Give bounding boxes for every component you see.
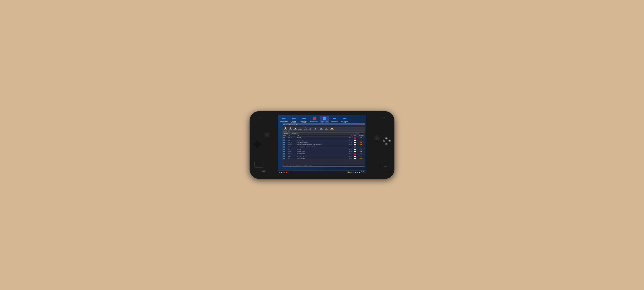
table-row[interactable]: SLUS-20... Champions of Norrath 6465.67 …: [283, 138, 365, 140]
big-picture-button[interactable]: 🖥 Big Picture: [298, 127, 302, 130]
screenshot-button[interactable]: 📷 Screenshot: [324, 127, 328, 130]
menu-settings[interactable]: Settings: [288, 125, 292, 127]
desktop-icon-emudeck-updater[interactable]: ⟵ EmuDeck Tool Updater: [300, 116, 308, 123]
start-file-button[interactable]: 📄 Start File: [283, 127, 288, 130]
top-left-button[interactable]: [259, 117, 262, 118]
a-button[interactable]: A: [385, 143, 388, 145]
taskbar-wifi-icon[interactable]: 📶: [359, 172, 360, 173]
play-button[interactable]: [283, 147, 285, 149]
taskbar-volume-icon[interactable]: 🔊: [355, 172, 356, 173]
th-code[interactable]: Code: [288, 135, 297, 136]
taskbar-bell-icon[interactable]: 🔔: [347, 172, 349, 173]
right-touchpad[interactable]: [381, 163, 390, 170]
x-button[interactable]: X: [382, 140, 385, 142]
play-button[interactable]: [283, 154, 285, 156]
play-button[interactable]: [283, 158, 285, 159]
play-button[interactable]: [283, 140, 285, 141]
th-type[interactable]: type▲: [283, 135, 288, 136]
th-compat[interactable]: Compatibility: [357, 135, 364, 136]
shut-down-label: Shut Down: [304, 129, 307, 130]
th-title[interactable]: Title: [297, 135, 346, 136]
taskbar-app-icon[interactable]: ❋: [290, 171, 292, 173]
status-bar: Scanning directory '/run/media/mmcblk0p1…: [283, 165, 365, 166]
all-regions-filter[interactable]: ● All Regions ▼: [291, 133, 298, 134]
th-size[interactable]: Size: [346, 135, 353, 136]
table-row[interactable]: SLUS-20... Grandia II 981.72 ... ★★★★★: [283, 149, 365, 151]
left-touchpad[interactable]: [254, 161, 263, 168]
shut-down-button[interactable]: ⏻ Shut Down: [304, 127, 308, 130]
desktop-icon-uninstall[interactable]: Uninstall Emu Deck: [310, 116, 318, 122]
game-compat: ★★★★★: [357, 144, 364, 145]
desktop-icon-return-gaming[interactable]: ⟵ Return to Gaming Mode: [340, 116, 349, 123]
window-minimize-button[interactable]: –: [359, 124, 360, 125]
desktop-icon-steam-rom-manager[interactable]: ⟵ Steam Rom Manager: [279, 116, 288, 122]
play-button[interactable]: [283, 142, 285, 143]
top-right-button[interactable]: [382, 117, 385, 118]
change-disc-button[interactable]: ⏏ Change Disc: [319, 127, 324, 130]
taskbar-airplane-icon[interactable]: ✈: [288, 171, 290, 173]
left-analog-stick[interactable]: [264, 132, 270, 138]
menu-tools[interactable]: Tools: [297, 125, 300, 127]
menu-view[interactable]: View: [293, 125, 296, 127]
game-code: SLUS-20...: [288, 147, 297, 149]
play-button[interactable]: [283, 149, 285, 150]
desktop-icon-emudeck-compression[interactable]: ⟵ EmuDeck Compression ...: [290, 116, 298, 123]
grid-view-button[interactable]: ⊞: [286, 131, 287, 132]
secondary-toolbar: ≡ ⊞ ⊙ —: [283, 131, 365, 133]
details-view-button[interactable]: ⊙: [288, 131, 290, 132]
start-bios-icon: 🔲: [294, 127, 296, 129]
dpad[interactable]: [254, 141, 261, 148]
menu-help[interactable]: Help: [305, 125, 308, 127]
taskbar-bluetooth-icon[interactable]: 🔋: [357, 172, 358, 173]
window-close-button[interactable]: ✕: [362, 124, 364, 125]
table-row[interactable]: SLUS-20... Grandia Xtreme 1481.83 ... ★★…: [283, 154, 365, 156]
table-row[interactable]: SLPS-25... Final Fantasy X International…: [283, 140, 365, 142]
table-row[interactable]: SLUS-21... Grandia III [Disc2of2] 3634.5…: [283, 152, 365, 154]
taskbar-browser-icon[interactable]: 🌐: [283, 171, 285, 173]
taskbar-network-icon[interactable]: 🌐: [353, 172, 354, 173]
table-row[interactable]: SLPM-66... Final Fantasy XII Internation…: [283, 144, 365, 145]
window-maximize-button[interactable]: □: [361, 124, 362, 125]
taskbar-display-icon[interactable]: 🖥: [364, 172, 366, 173]
list-view-button[interactable]: ≡: [283, 131, 285, 132]
start-bios-button[interactable]: 🔲 Start BIOS: [293, 127, 297, 130]
menu-system[interactable]: System: [283, 125, 287, 127]
game-size: 1232.57 ...: [346, 137, 353, 138]
taskbar-chrome-icon[interactable]: ⬤: [286, 171, 288, 173]
desktop-icon-update-emu[interactable]: ⟵ Update Emu Deck: [330, 116, 339, 122]
game-compat: ★★★★★: [357, 156, 364, 157]
right-analog-stick[interactable]: [374, 135, 380, 141]
pause-button[interactable]: ⏸ Pause: [313, 127, 317, 130]
taskbar-start-icon[interactable]: 🐧: [278, 171, 280, 173]
th-region[interactable]: Region: [353, 135, 357, 136]
play-button[interactable]: [283, 145, 285, 147]
taskbar-files-icon[interactable]: 📁: [281, 171, 283, 173]
search-input[interactable]: [355, 133, 364, 134]
table-row[interactable]: SLUS-21... Full Metal Alchemist 2 - Curs…: [283, 145, 365, 147]
table-row[interactable]: SLUS-21... Grandia III [Disc1of2] 3860.4…: [283, 151, 365, 152]
desktop-icon-pcsx2[interactable]: pcsx2-v1.7. 3348-linux-Ap...: [320, 116, 329, 124]
table-row[interactable]: SLPM-65... Final Fantasy X-2 Internation…: [283, 142, 365, 144]
taskbar-clock[interactable]: 1:47 PM 10/1/22: [361, 171, 364, 173]
play-button[interactable]: [283, 156, 285, 157]
y-button[interactable]: Y: [385, 137, 388, 140]
reset-button[interactable]: ↺ Reset: [308, 127, 312, 130]
table-row[interactable]: SLUS-20... Full Metal Alchemist and The …: [283, 147, 365, 149]
play-button[interactable]: [283, 137, 285, 138]
load-state-button[interactable]: 📂 Load State: [330, 127, 334, 130]
table-row[interactable]: SLPS-25... Kingdom Hearts - Final Mix 27…: [283, 156, 365, 158]
play-button[interactable]: [283, 138, 285, 140]
menu-debug[interactable]: Debug: [301, 125, 304, 127]
b-button[interactable]: B: [388, 140, 391, 142]
play-button[interactable]: [283, 144, 285, 145]
taskbar-steam-icon[interactable]: 🎮: [351, 172, 352, 173]
steam-button[interactable]: STEAM: [261, 170, 266, 172]
play-button[interactable]: [283, 153, 285, 154]
all-types-filter[interactable]: ▼ All Types ▼: [283, 133, 290, 134]
change-disc-icon: ⏏: [320, 127, 322, 129]
table-row[interactable]: SLUS-20... Legaia 2 - Duel Saga 1359.44 …: [283, 158, 365, 159]
view-separator: —: [290, 131, 291, 132]
start-disc-button[interactable]: 💿 Start Disc: [288, 127, 292, 130]
play-button[interactable]: [283, 151, 285, 152]
table-row[interactable]: SLUS-20... BMX XXX 1232.57 ... ★★★★★: [283, 136, 365, 138]
